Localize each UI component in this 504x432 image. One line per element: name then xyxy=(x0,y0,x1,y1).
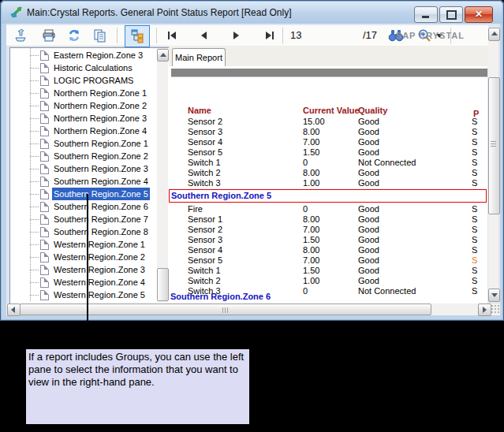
page-top-margin xyxy=(171,69,487,77)
right-arrow-icon xyxy=(483,307,487,313)
tree-item[interactable]: Southern Region.Zone 1 xyxy=(10,137,156,150)
tree-item[interactable]: Southern Region.Zone 4 xyxy=(10,175,156,188)
tree-item[interactable]: Western Region.Zone 4 xyxy=(10,276,156,289)
scroll-right-button[interactable] xyxy=(478,304,491,316)
resize-grip[interactable] xyxy=(491,304,500,315)
document-icon xyxy=(40,50,49,61)
tree-scrollbar-track[interactable] xyxy=(157,48,168,303)
copy-icon xyxy=(92,28,106,43)
print-icon xyxy=(42,28,56,43)
document-icon xyxy=(40,177,49,187)
table-row: Switch 10Not ConnectedS xyxy=(169,158,487,168)
table-row: Sensor 57.00GoodS xyxy=(169,255,487,266)
scroll-left-button[interactable] xyxy=(7,304,21,316)
document-icon xyxy=(40,227,49,237)
tree-item[interactable]: Western Region.Zone 1 xyxy=(10,238,156,251)
tree-item[interactable]: Southern Region.Zone 3 xyxy=(10,162,156,175)
title-bar[interactable]: Main:Crystal Reports. General Point Stat… xyxy=(2,2,502,24)
tree-item[interactable]: Southern Region.Zone 8 xyxy=(10,225,156,238)
tree-item[interactable]: Southern Region.Zone 6 xyxy=(10,200,156,213)
table-row: Fire0GoodS xyxy=(169,204,487,214)
callout-text: If a report includes Groups, you can use… xyxy=(28,351,244,388)
tree-scroll-up-button[interactable] xyxy=(157,49,169,61)
toggle-group-tree-button[interactable] xyxy=(125,25,150,47)
tree-item[interactable]: Northern Region.Zone 2 xyxy=(10,99,156,112)
left-arrow-icon xyxy=(11,307,15,313)
report-scrollbar-thumb[interactable] xyxy=(488,77,500,214)
group-tree-icon xyxy=(129,28,145,44)
document-icon xyxy=(40,63,49,73)
crystal-reports-window: Main:Crystal Reports. General Point Stat… xyxy=(0,0,504,321)
tab-main-report[interactable]: Main Report xyxy=(172,48,226,67)
thumb-grip xyxy=(227,307,228,313)
group-header-band: Southern Region.Zone 5 xyxy=(169,189,487,203)
next-page-icon xyxy=(232,31,241,40)
group-header-title: Southern Region.Zone 5 xyxy=(170,190,486,202)
export-button[interactable] xyxy=(11,27,30,44)
close-icon: ✕ xyxy=(465,7,492,21)
table-row: Sensor 215.00GoodS xyxy=(169,117,487,127)
app-icon xyxy=(9,6,22,19)
previous-page-icon xyxy=(199,31,208,40)
thumb-grip xyxy=(222,307,223,313)
print-button[interactable] xyxy=(39,27,58,44)
maximize-icon xyxy=(446,10,457,20)
maximize-button[interactable] xyxy=(439,6,463,23)
tree-item[interactable]: Historic Calculations xyxy=(10,61,156,74)
minimize-button[interactable] xyxy=(414,6,438,23)
tree-item[interactable]: Southern Region.Zone 2 xyxy=(10,150,156,162)
toolbar-separator xyxy=(282,28,283,43)
document-icon xyxy=(40,126,49,136)
client-area: 13 /17 SAP CRYSTA xyxy=(6,24,500,315)
tree-item[interactable]: Eastern Region.Zone 3 xyxy=(10,49,156,61)
document-icon xyxy=(40,151,49,162)
tree-item[interactable]: Western Region.Zone 3 xyxy=(10,263,156,276)
minimize-icon xyxy=(422,16,429,18)
tree-item[interactable]: LOGIC PROGRAMS xyxy=(10,74,156,87)
tree-item[interactable]: Northern Region.Zone 3 xyxy=(10,112,156,125)
document-icon xyxy=(40,265,49,275)
tree-item[interactable]: Western Region.Zone 5 xyxy=(10,289,156,301)
table-row: Sensor 47.00GoodS xyxy=(169,137,487,147)
document-icon xyxy=(40,139,49,149)
document-icon xyxy=(40,88,49,99)
group-tree-pane: Eastern Region.Zone 3 Historic Calculati… xyxy=(9,47,171,305)
close-button[interactable]: ✕ xyxy=(465,6,493,23)
next-page-button[interactable] xyxy=(227,27,246,44)
tree-item[interactable]: Southern Region.Zone 7 xyxy=(10,213,156,225)
toolbar: 13 /17 SAP CRYSTA xyxy=(6,25,488,47)
table-row: Switch 28.00GoodS xyxy=(169,168,487,178)
tree-item-selected[interactable]: Southern Region.Zone 5 xyxy=(10,188,156,200)
refresh-icon xyxy=(67,28,81,43)
tree-item[interactable]: Northern Region.Zone 4 xyxy=(10,125,156,137)
page-number-field[interactable]: 13 xyxy=(290,29,301,41)
report-scroll-up-button[interactable] xyxy=(488,28,500,41)
export-icon xyxy=(13,28,28,43)
window-title: Main:Crystal Reports. General Point Stat… xyxy=(27,7,291,18)
thumb-grip xyxy=(491,143,496,144)
document-icon xyxy=(40,240,49,250)
thumb-grip xyxy=(491,146,496,147)
document-icon xyxy=(40,277,49,288)
previous-page-button[interactable] xyxy=(194,27,213,44)
toolbar-separator xyxy=(117,28,118,43)
document-icon xyxy=(40,76,49,86)
copy-button[interactable] xyxy=(90,27,109,44)
callout-pointer-line xyxy=(87,194,88,349)
thumb-grip xyxy=(491,141,496,142)
report-scroll-down-button[interactable] xyxy=(488,289,500,302)
horizontal-scrollbar-thumb[interactable] xyxy=(20,304,431,315)
last-page-button[interactable] xyxy=(260,27,279,44)
tree-scrollbar-thumb[interactable] xyxy=(157,268,169,301)
column-header-quality: Quality xyxy=(358,106,387,116)
thumb-grip xyxy=(225,307,226,313)
table-row: Sensor 38.00GoodS xyxy=(169,127,487,137)
column-header-name: Name xyxy=(188,106,211,116)
tree-item[interactable]: Northern Region.Zone 1 xyxy=(10,87,156,99)
refresh-button[interactable] xyxy=(65,27,84,44)
first-page-button[interactable] xyxy=(162,27,181,44)
tree-item[interactable]: Western Region.Zone 2 xyxy=(10,251,156,263)
up-arrow-icon xyxy=(160,53,166,57)
page-total-label: /17 xyxy=(363,29,377,41)
report-page: Name Current Value Quality P Sensor 215.… xyxy=(169,66,487,304)
